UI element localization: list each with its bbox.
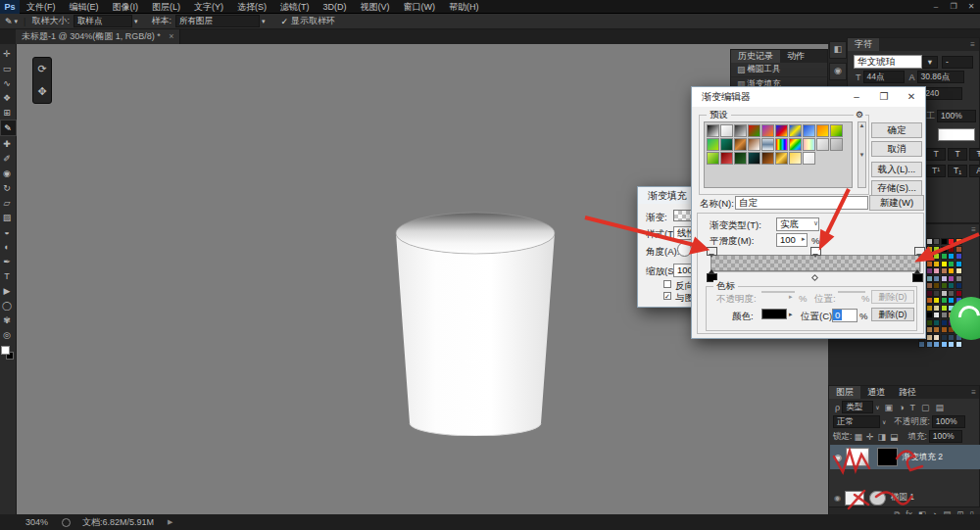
- color-swatch[interactable]: [941, 312, 948, 318]
- rotate-view-icon[interactable]: ⟳: [37, 63, 46, 75]
- menu-item[interactable]: 文件(F): [20, 0, 63, 14]
- color-swatch[interactable]: [948, 275, 955, 282]
- color-swatch[interactable]: [933, 297, 940, 304]
- opacity-stop-left[interactable]: [707, 247, 717, 256]
- dodge-tool[interactable]: ◐: [0, 239, 15, 254]
- dock-properties-icon[interactable]: ◧: [829, 41, 847, 59]
- color-swatch[interactable]: [926, 238, 933, 245]
- spinner-icon[interactable]: ▸: [789, 311, 793, 318]
- font-family-dropdown-icon[interactable]: ▾: [922, 56, 938, 69]
- tab-actions[interactable]: 动作: [780, 50, 811, 63]
- maximize-icon[interactable]: ❐: [870, 87, 898, 107]
- foreground-color-well[interactable]: [1, 346, 10, 355]
- gradient-preset-swatch[interactable]: [803, 124, 815, 137]
- gradient-preset-swatch[interactable]: [720, 138, 733, 151]
- window-control-icon[interactable]: ❐: [945, 0, 962, 14]
- color-swatch[interactable]: [941, 261, 948, 267]
- color-swatch[interactable]: [926, 297, 933, 304]
- gradient-preset-swatch[interactable]: [775, 152, 788, 165]
- layer-vector-mask-thumbnail[interactable]: [869, 491, 886, 506]
- type-style-button[interactable]: T: [948, 148, 967, 161]
- menu-item[interactable]: 选择(S): [230, 0, 273, 14]
- type-style-button[interactable]: Ŧ: [969, 148, 980, 161]
- color-swatch[interactable]: [948, 334, 955, 341]
- gradient-preset-swatch[interactable]: [789, 152, 802, 165]
- opacity-field[interactable]: 100%: [932, 415, 965, 428]
- gradient-preset-swatch[interactable]: [748, 138, 760, 151]
- font-family-input[interactable]: 华文琥珀: [854, 55, 922, 69]
- healing-brush-tool[interactable]: ✚: [0, 136, 15, 151]
- color-swatch[interactable]: [948, 267, 955, 274]
- color-swatch[interactable]: [933, 290, 940, 297]
- history-brush-tool[interactable]: ↻: [0, 180, 15, 195]
- layer-name[interactable]: 椭圆 1: [891, 492, 914, 504]
- text-color-swatch[interactable]: [938, 128, 975, 141]
- pen-tool[interactable]: ✒: [0, 254, 15, 268]
- color-swatch[interactable]: [933, 246, 940, 253]
- gradient-preset-swatch[interactable]: [803, 152, 815, 165]
- color-swatch[interactable]: [941, 290, 948, 297]
- gradient-preset-swatch[interactable]: [803, 138, 815, 151]
- crop-tool[interactable]: ⊞: [0, 105, 15, 120]
- sample-select[interactable]: 所有图层: [175, 15, 260, 27]
- color-swatch[interactable]: [926, 326, 933, 333]
- filter-type-icon[interactable]: ◑: [899, 403, 904, 412]
- gradient-preset-swatch[interactable]: [748, 124, 760, 137]
- tab-channels[interactable]: 通道: [860, 386, 892, 399]
- lock-icon[interactable]: ▦: [854, 432, 862, 442]
- color-swatch[interactable]: [956, 261, 962, 267]
- reverse-checkbox[interactable]: [663, 280, 671, 288]
- path-select-tool[interactable]: ▶: [0, 283, 15, 298]
- menu-item[interactable]: 窗口(W): [397, 0, 443, 14]
- spinner-icon[interactable]: ▸: [802, 235, 806, 243]
- gradient-tool[interactable]: ▨: [0, 210, 15, 224]
- opacity-stop-right[interactable]: [914, 247, 925, 256]
- close-tab-icon[interactable]: ×: [169, 31, 173, 41]
- angle-dial[interactable]: [677, 242, 692, 257]
- color-swatch[interactable]: [933, 312, 940, 318]
- tracking-field[interactable]: 240: [921, 87, 962, 100]
- color-swatch[interactable]: [941, 341, 948, 348]
- gradient-preset-swatch[interactable]: [720, 124, 733, 137]
- gradient-preset-swatch[interactable]: [789, 124, 802, 137]
- color-swatch[interactable]: [941, 238, 948, 245]
- menu-item[interactable]: 滤镜(T): [273, 0, 317, 14]
- sample-size-select[interactable]: 取样点: [74, 15, 132, 27]
- stop-position-c-field[interactable]: 0: [832, 309, 858, 322]
- close-icon[interactable]: ✕: [898, 87, 925, 107]
- color-swatch[interactable]: [933, 282, 940, 289]
- chevron-down-icon[interactable]: ∨: [813, 219, 818, 227]
- color-swatch[interactable]: [926, 246, 933, 253]
- color-swatch[interactable]: [926, 341, 933, 348]
- zoom-tool[interactable]: ◎: [0, 327, 15, 342]
- tab-character[interactable]: 字符: [848, 38, 879, 51]
- tab-history[interactable]: 历史记录: [731, 50, 780, 63]
- color-swatch[interactable]: [926, 290, 933, 297]
- color-swatch[interactable]: [948, 253, 955, 260]
- gradient-preset-swatch[interactable]: [707, 152, 719, 165]
- gradient-preset-swatch[interactable]: [748, 152, 760, 165]
- color-swatch[interactable]: [933, 334, 940, 341]
- gradient-preset-swatch[interactable]: [761, 138, 774, 151]
- color-swatch[interactable]: [956, 238, 962, 245]
- marquee-tool[interactable]: ▭: [0, 61, 15, 75]
- hand-tool[interactable]: ✾: [0, 313, 15, 327]
- zoom-level[interactable]: 304%: [25, 517, 48, 527]
- cancel-button[interactable]: 取消: [871, 141, 922, 157]
- document-tab[interactable]: 未标题-1 @ 304%(椭圆 1, RGB/8) * ×: [16, 29, 180, 44]
- blend-mode-select[interactable]: 正常: [833, 415, 880, 428]
- stop-color-swatch[interactable]: [761, 309, 787, 319]
- layer-row-ellipse[interactable]: ◉ 椭圆 1: [830, 489, 980, 506]
- color-swatch[interactable]: [941, 326, 948, 333]
- color-swatch[interactable]: [956, 253, 962, 260]
- color-swatch[interactable]: [933, 341, 940, 348]
- lock-icon[interactable]: ⬓: [890, 432, 899, 442]
- status-arrow-icon[interactable]: ▶: [168, 518, 172, 526]
- eyedropper-tool[interactable]: ✎: [0, 120, 17, 136]
- color-swatch[interactable]: [926, 282, 933, 289]
- color-swatch[interactable]: [956, 246, 962, 253]
- color-swatch[interactable]: [948, 261, 955, 267]
- tab-paths[interactable]: 路径: [892, 386, 923, 399]
- color-swatch[interactable]: [926, 267, 933, 274]
- color-swatch[interactable]: [926, 275, 933, 282]
